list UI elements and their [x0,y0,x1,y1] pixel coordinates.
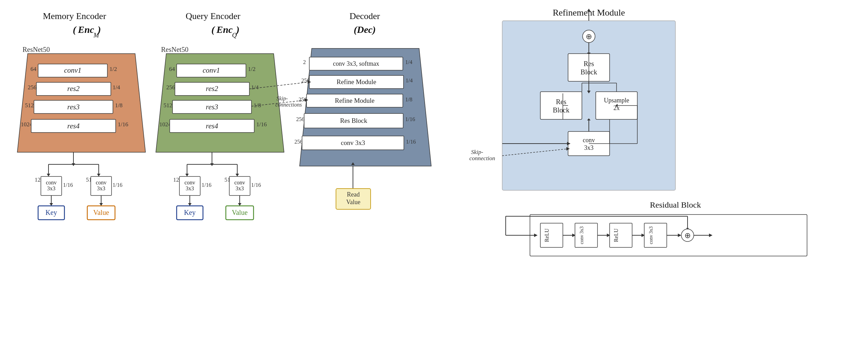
svg-text:): ) [97,24,101,35]
svg-text:1/16: 1/16 [256,121,267,128]
svg-marker-179 [572,234,576,237]
svg-text:1/16: 1/16 [118,121,128,128]
svg-text:res3: res3 [67,103,79,111]
svg-text:Res: Res [584,60,594,67]
svg-text:1024: 1024 [21,121,33,128]
svg-text:Skip-: Skip- [276,95,288,102]
svg-text:conv1: conv1 [203,66,220,74]
svg-text:Key: Key [184,209,195,217]
diagram-svg: 64 conv1 1/2 256 res2 1/4 512 res3 1/8 1… [0,0,868,337]
svg-text:res4: res4 [206,122,218,130]
svg-text:(: ( [73,24,77,35]
svg-point-192 [681,229,694,242]
svg-text:ReLU: ReLU [613,228,619,242]
svg-text:Query Encoder: Query Encoder [186,11,240,21]
svg-text:(Dec): (Dec) [354,24,376,35]
svg-rect-58 [172,100,251,113]
svg-text:Refine Module: Refine Module [337,78,377,85]
svg-text:connection: connection [469,155,495,162]
svg-text:1/16: 1/16 [405,116,415,122]
svg-rect-146 [596,92,637,119]
svg-text:Refinement Module: Refinement Module [553,8,625,18]
svg-text:64: 64 [30,66,37,72]
svg-text:res2: res2 [206,84,218,93]
svg-text:conv 3x3, softmax: conv 3x3, softmax [333,60,379,67]
svg-text:Res: Res [556,98,566,106]
svg-text:conv: conv [96,180,106,185]
svg-rect-176 [540,223,563,247]
svg-marker-66 [210,163,214,166]
svg-text:256: 256 [296,116,304,122]
svg-text:conv: conv [184,180,195,185]
svg-text:128: 128 [173,176,182,183]
svg-text:res3: res3 [206,103,218,111]
svg-text:1/4: 1/4 [406,78,413,83]
svg-text:⊕: ⊕ [586,32,592,41]
svg-marker-30 [50,203,53,206]
svg-text:1/16: 1/16 [202,182,211,188]
svg-text:Value: Value [232,209,248,216]
svg-text:⊕: ⊕ [684,231,691,240]
svg-marker-18 [72,163,75,166]
svg-text:Memory Encoder: Memory Encoder [43,11,106,21]
main-layout: 64 conv1 1/2 256 res2 1/4 512 res3 1/8 1… [0,0,868,337]
svg-text:Enc: Enc [78,24,94,35]
svg-marker-39 [99,203,103,206]
svg-text:conv 3x3: conv 3x3 [579,226,584,244]
svg-text:Key: Key [45,209,57,217]
svg-rect-10 [34,100,113,113]
svg-marker-0 [17,54,145,152]
svg-text:3x3: 3x3 [236,185,244,191]
svg-text:conv: conv [234,180,245,185]
svg-text:1/4: 1/4 [113,84,120,91]
svg-rect-108 [307,94,403,107]
svg-text:1/8: 1/8 [115,102,123,109]
svg-marker-21 [47,174,50,176]
svg-marker-142 [587,91,591,93]
svg-text:ResNet50: ResNet50 [161,46,188,53]
svg-text:1/2: 1/2 [109,66,117,72]
svg-rect-138 [568,54,610,81]
svg-text:2: 2 [303,59,306,65]
svg-marker-120 [351,162,355,165]
svg-rect-116 [302,136,404,150]
svg-text:256: 256 [299,97,307,102]
svg-text:1/2: 1/2 [248,66,256,72]
svg-rect-62 [170,119,254,133]
svg-text:3x3: 3x3 [584,144,594,151]
svg-marker-191 [678,234,681,237]
svg-text:Block: Block [581,68,597,76]
svg-text:Refine Module: Refine Module [335,97,375,104]
svg-marker-96 [300,48,431,166]
svg-text:Res Block: Res Block [340,117,367,124]
svg-text:res4: res4 [67,122,80,130]
svg-text:128: 128 [35,176,44,183]
svg-line-166 [502,149,568,156]
svg-marker-175 [534,234,538,237]
svg-text:1/16: 1/16 [406,139,416,145]
svg-marker-23 [97,174,100,176]
svg-text:3x3: 3x3 [47,185,55,191]
svg-marker-87 [238,203,241,206]
svg-text:conv: conv [46,180,56,185]
svg-marker-133 [587,9,591,11]
svg-rect-25 [41,176,62,195]
svg-rect-2 [38,64,107,77]
svg-marker-187 [641,234,645,237]
svg-marker-71 [236,174,239,176]
svg-marker-167 [566,147,570,151]
svg-text:256: 256 [301,78,310,83]
svg-marker-125 [308,80,311,84]
svg-rect-88 [226,206,254,220]
svg-text:3x3: 3x3 [97,185,105,191]
svg-rect-31 [38,206,64,220]
svg-rect-79 [177,206,203,220]
svg-text:(: ( [211,24,215,35]
svg-rect-180 [575,223,597,247]
svg-text:Value: Value [346,199,361,206]
svg-rect-50 [177,64,246,77]
svg-text:Decoder: Decoder [349,11,380,21]
svg-marker-199 [709,234,712,237]
svg-text:M: M [93,31,99,39]
svg-rect-143 [540,92,582,119]
